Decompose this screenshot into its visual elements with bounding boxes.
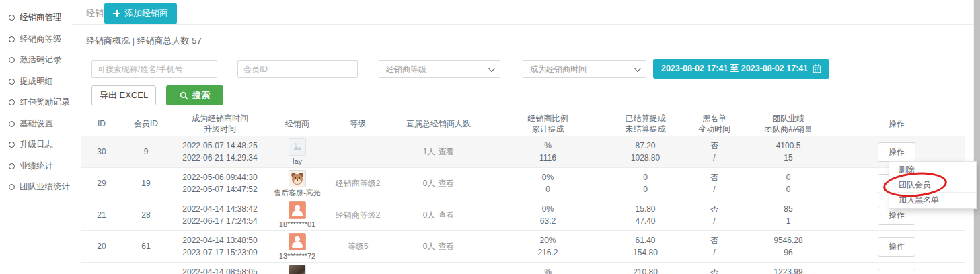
cell-team-line1: 9546.28 (748, 234, 829, 246)
date-range-button[interactable]: 2023-08-02 17:41 至 2023-08-02 17:41 (653, 59, 829, 79)
dropdown-item-normal[interactable]: 删除 (889, 162, 976, 177)
add-dealer-button[interactable]: 添加经销商 (104, 3, 177, 24)
column-header: 成为经销商时间升级时间 (169, 113, 270, 134)
cell-id: 20 (81, 240, 122, 253)
sidebar-item[interactable]: 经销商等级 (0, 29, 71, 50)
sidebar-item[interactable]: 提成明细 (0, 71, 71, 93)
cell-ratio-line1: 20% (486, 234, 610, 246)
circle-bullet-icon (9, 163, 15, 169)
sidebar-item-label: 经销商管理 (20, 12, 62, 24)
cell-blacklist-line2: / (681, 183, 748, 195)
cell-settlement: 00 (610, 171, 681, 195)
cell-direct-count: 1人查看 (391, 146, 486, 158)
member-id-input[interactable] (237, 60, 358, 78)
column-header-line: 操作 (829, 118, 965, 129)
row-action-button[interactable]: 操作 (878, 269, 915, 274)
cell-ratio-line2: 216.2 (486, 246, 610, 259)
cell-settlement: 87.201028.80 (610, 140, 681, 164)
column-header-line: 直属总经销商人数 (391, 118, 486, 129)
table-row: 29192022-05-06 09:44:302022-05-07 14:47:… (81, 167, 965, 199)
cell-ratio: %4427.63 (486, 266, 610, 274)
column-header-line: 变动时间 (681, 124, 748, 134)
column-header-line: 累计提成 (486, 124, 610, 134)
cell-team-line2: 96 (748, 246, 829, 259)
cell-action: 操作 (829, 269, 965, 274)
cell-team-line2: 0 (748, 183, 829, 195)
cell-blacklist-line1: 否 (681, 140, 748, 152)
view-link[interactable]: 查看 (438, 147, 454, 156)
date-range-label: 2023-08-02 17:41 至 2023-08-02 17:41 (661, 63, 808, 75)
vertical-scrollbar[interactable] (973, 0, 980, 274)
cell-dealer: 售后客服-高光 (270, 170, 324, 197)
column-header: 经销商比例累计提成 (486, 113, 610, 134)
sidebar-item[interactable]: 经销商管理 (0, 7, 71, 29)
cell-team-line1: 4100.5 (748, 140, 829, 152)
table-row: 20612022-04-14 13:48:502023-07-17 15:23:… (81, 230, 965, 262)
sidebar-item[interactable]: 升级日志 (0, 134, 71, 156)
dealer-level-select[interactable]: 经销商等级 (379, 60, 500, 78)
cell-times-line2: 2022-06-21 14:29:34 (169, 152, 270, 164)
scrollbar-thumb[interactable] (974, 0, 980, 274)
sidebar-item-label: 升级日志 (20, 139, 53, 150)
cell-dealer: 售后客服-调试 (270, 265, 324, 274)
dropdown-item-normal[interactable]: 加入黑名单 (889, 193, 976, 208)
cell-ratio-line1: 0% (486, 203, 610, 215)
search-input[interactable] (91, 60, 217, 78)
cell-dealer: lay (270, 138, 324, 166)
dealer-avatar (289, 138, 306, 156)
cell-member-id: 28 (122, 209, 169, 221)
dropdown-item-circled[interactable]: 团队会员 (889, 177, 976, 193)
cell-level: 经销商等级2 (324, 209, 391, 221)
row-action-button[interactable]: 操作 (878, 142, 915, 162)
cell-settlement-line2: 0 (610, 183, 681, 195)
column-header-line: 黑名单 (681, 113, 748, 124)
sidebar-item-label: 业绩统计 (20, 161, 53, 172)
cell-times: 2022-04-14 14:38:422022-06-17 17:24:54 (169, 203, 270, 227)
cell-settlement-line2: 154.80 (610, 246, 681, 259)
cell-settlement-line2: 47.40 (610, 215, 681, 227)
dealer-avatar (289, 233, 306, 250)
cell-times: 2022-05-07 14:48:252022-06-21 14:29:34 (169, 140, 270, 164)
column-header-line: ID (81, 118, 122, 129)
cell-id: 21 (81, 209, 122, 221)
chevron-down-icon (634, 65, 641, 72)
sidebar-item-label: 团队业绩统计 (20, 181, 70, 193)
row-action-button[interactable]: 操作 (878, 237, 915, 257)
cell-team: 851 (748, 203, 829, 227)
cell-ratio: %1116 (486, 140, 610, 164)
cell-ratio: 0%0 (486, 171, 610, 195)
circle-bullet-icon (9, 79, 15, 85)
sidebar-item-label: 基础设置 (20, 118, 53, 130)
cell-direct-count: 0人查看 (391, 209, 486, 221)
dealer-avatar (289, 201, 306, 219)
column-header: 已结算提成未结算提成 (610, 113, 681, 134)
sidebar-item[interactable]: 团队业绩统计 (0, 177, 71, 198)
sidebar-item-label: 提成明细 (20, 76, 53, 87)
cell-ratio-line2: 63.2 (486, 215, 610, 227)
cell-blacklist: 否/ (681, 140, 748, 164)
export-excel-button[interactable]: 导出 EXCEL (91, 85, 156, 105)
cell-team: 9546.2896 (748, 234, 829, 259)
cell-settlement: 15.8047.40 (610, 203, 681, 227)
cell-dealer: 18*******01 (270, 201, 324, 229)
table-row: 19162022-04-14 08:58:052022-09-02 11:52:… (81, 262, 965, 274)
sidebar-item[interactable]: 基础设置 (0, 113, 71, 135)
become-time-select-value: 成为经销商时间 (530, 64, 587, 75)
view-link[interactable]: 查看 (438, 179, 454, 188)
search-button[interactable]: 搜索 (166, 85, 223, 105)
column-header: 直属总经销商人数 (391, 118, 486, 129)
view-link[interactable]: 查看 (438, 242, 454, 251)
cell-ratio: 0%63.2 (486, 203, 610, 227)
view-link[interactable]: 查看 (438, 210, 454, 220)
cell-times: 2022-04-14 13:48:502023-07-17 15:23:09 (169, 234, 270, 259)
cell-team-line2: 15 (748, 152, 829, 164)
sidebar-item[interactable]: 激活码记录 (0, 50, 71, 71)
cell-settlement-line1: 210.80 (610, 266, 681, 274)
column-header-line: 未结算提成 (610, 124, 681, 134)
circle-bullet-icon (9, 15, 15, 21)
sidebar-item[interactable]: 红包奖励记录 (0, 92, 71, 113)
sidebar-item[interactable]: 业绩统计 (0, 156, 71, 177)
become-time-select[interactable]: 成为经销商时间 (523, 60, 646, 78)
cell-dealer: 13*******72 (270, 233, 324, 261)
cell-blacklist-line1: 否 (681, 266, 748, 274)
